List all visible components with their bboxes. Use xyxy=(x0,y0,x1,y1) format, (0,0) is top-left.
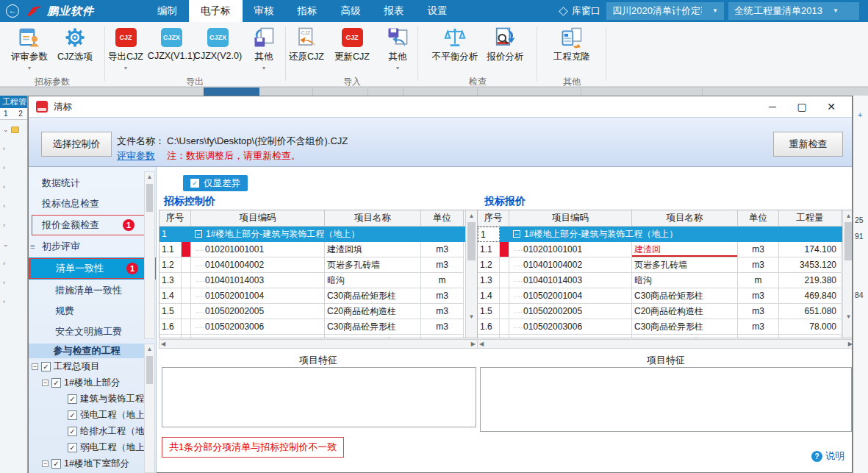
background-panel-tab[interactable]: 工程管 xyxy=(0,96,27,108)
item-code[interactable]: 010401014003 xyxy=(509,273,632,288)
export-other-button[interactable]: 其他 ▾ xyxy=(245,26,282,76)
collapse-icon[interactable]: ≡ xyxy=(30,236,35,257)
imbalance-analysis-button[interactable]: 不平衡分析 xyxy=(432,26,478,76)
item-name[interactable]: C30商品砼矩形梁 xyxy=(632,335,738,338)
row-no[interactable]: 1.3 xyxy=(478,273,500,288)
col-code[interactable]: 项目编码 xyxy=(509,210,632,226)
feature-box-left[interactable] xyxy=(162,367,476,427)
checkbox-icon[interactable]: ✓ xyxy=(51,378,61,388)
scroll-left-icon[interactable]: ◀ xyxy=(479,341,484,347)
item-code[interactable]: 010502001004 xyxy=(191,288,325,304)
chevron-collapsed-icon[interactable]: › xyxy=(3,260,5,267)
chevron-collapsed-icon[interactable]: › xyxy=(3,183,5,191)
menu-shezhi[interactable]: 设置 xyxy=(416,0,459,22)
table-hscrollbar[interactable]: ◀▶ xyxy=(159,339,478,349)
item-name[interactable]: 页岩多孔砖墙 xyxy=(325,257,421,273)
table-group-row[interactable]: 1−1#楼地上部分-建筑与装饰工程（地上） xyxy=(478,227,852,242)
item-name[interactable]: 建渣回 xyxy=(632,242,738,257)
help-link[interactable]: ? 说明 xyxy=(811,449,844,463)
table-row[interactable]: 1.6010502003006C30商品砼异形柱m3 xyxy=(159,319,477,335)
item-code[interactable]: 010502003006 xyxy=(191,319,325,335)
choose-control-price-button[interactable]: 选择控制价 xyxy=(41,132,112,157)
scroll-up-icon[interactable]: ▲ xyxy=(466,210,477,221)
table-vscrollbar[interactable]: ▲ ▼ xyxy=(842,210,852,338)
sidebar-item[interactable]: 报价金额检查1 xyxy=(32,215,152,235)
col-code[interactable]: 项目编码 xyxy=(191,210,325,226)
row-no[interactable]: 1.5 xyxy=(478,304,500,319)
checkbox-icon[interactable]: ✓ xyxy=(68,394,77,404)
scrollbar-thumb[interactable] xyxy=(146,184,153,212)
item-qty[interactable]: 469.840 xyxy=(779,288,842,304)
item-code[interactable]: 010401004002 xyxy=(509,257,632,273)
menu-baobiao[interactable]: 报表 xyxy=(373,0,416,22)
item-code[interactable]: 010401014003 xyxy=(191,273,325,288)
tree-item[interactable]: ✓强电工程（地上） xyxy=(29,407,145,423)
item-name[interactable]: C30商品砼异形柱 xyxy=(325,319,421,335)
col-unit[interactable]: 单位 xyxy=(738,210,779,226)
scroll-down-icon[interactable]: ▼ xyxy=(466,311,477,322)
row-no[interactable]: 1.7 xyxy=(159,335,182,338)
collapse-icon[interactable]: − xyxy=(513,230,520,238)
export-cjz-button[interactable]: CJZ 导出CJZ ▾ xyxy=(107,26,144,76)
item-unit[interactable]: m3 xyxy=(421,335,464,338)
table-group-row[interactable]: 1−1#楼地上部分-建筑与装饰工程（地上） xyxy=(159,227,477,242)
quote-analysis-button[interactable]: 报价分析 xyxy=(487,26,523,76)
sidebar-item[interactable]: 清单一致性1 xyxy=(29,257,156,280)
chevron-collapsed-icon[interactable]: › xyxy=(3,145,5,152)
group-name[interactable]: −1#楼地上部分-建筑与装饰工程（地上） xyxy=(182,227,477,242)
item-code[interactable]: 010502001004 xyxy=(509,288,632,304)
checkbox-icon[interactable]: ✓ xyxy=(51,459,61,469)
item-unit[interactable]: m3 xyxy=(738,288,779,304)
col-no[interactable]: 序号 xyxy=(159,210,191,226)
chevron-down-icon[interactable]: ▾ xyxy=(28,65,31,71)
list-standard-dropdown[interactable]: 全统工程量清单2013▼ xyxy=(728,2,859,20)
item-name[interactable]: C30商品砼异形柱 xyxy=(632,319,738,335)
item-code[interactable]: 010502002005 xyxy=(191,304,325,319)
item-unit[interactable]: m3 xyxy=(421,242,464,257)
col-no[interactable]: 序号 xyxy=(478,210,509,226)
item-name[interactable]: C30商品砼矩形梁 xyxy=(325,335,421,338)
checkbox-icon[interactable]: ✓ xyxy=(68,443,77,452)
dialog-title-bar[interactable]: 清标 ─ ▢ ✕ xyxy=(29,96,852,117)
item-name[interactable]: C20商品砼构造柱 xyxy=(632,304,738,319)
sidebar-item[interactable]: 规费 xyxy=(29,301,156,321)
restore-cjz-button[interactable]: CJZ 还原CJZ xyxy=(288,26,325,76)
table-row[interactable]: 1.5010502002005C20商品砼构造柱m3 xyxy=(159,304,477,319)
scroll-right-icon[interactable]: ▶ xyxy=(471,341,476,347)
tree-item[interactable]: ✓弱电工程（地上） xyxy=(29,439,145,455)
group-name[interactable]: −1#楼地上部分-建筑与装饰工程（地上） xyxy=(500,227,852,242)
table-row[interactable]: 1.1010201001001建渣回填m3 xyxy=(159,242,477,257)
item-code[interactable]: 010502002005 xyxy=(509,304,632,319)
quota-dropdown[interactable]: 四川2020清单计价定额▼ xyxy=(606,2,724,20)
collapse-icon[interactable]: − xyxy=(42,460,49,467)
item-code[interactable]: 010502003007 xyxy=(509,335,632,338)
menu-gaoji[interactable]: 高级 xyxy=(329,0,373,22)
table-row[interactable]: 1.4010502001004C30商品砼矩形柱m3469.840 xyxy=(478,288,852,304)
sidebar-item[interactable]: 数据统计 xyxy=(29,173,156,193)
chevron-down-icon[interactable]: ▾ xyxy=(124,65,127,71)
item-unit[interactable]: m xyxy=(738,273,779,288)
scrollbar-thumb[interactable] xyxy=(146,356,153,384)
item-qty[interactable]: 30.530 xyxy=(779,335,842,338)
table-row[interactable]: 1.2010401004002页岩多孔砖墙m3 xyxy=(159,257,477,273)
row-no[interactable]: 1.6 xyxy=(159,319,182,335)
col-qty[interactable]: 工程量 xyxy=(779,210,842,226)
row-no[interactable]: 1 xyxy=(159,227,182,242)
chevron-collapsed-icon[interactable]: › xyxy=(3,298,5,305)
item-qty[interactable]: 78.000 xyxy=(779,319,842,335)
update-cjz-button[interactable]: CJZ 更新CJZ xyxy=(334,26,370,76)
item-code[interactable]: 010401004002 xyxy=(191,257,325,273)
item-qty[interactable]: 174.100 xyxy=(779,242,842,257)
cjzx-v11-button[interactable]: CJZX CJZX(V1.1) xyxy=(153,26,190,76)
item-unit[interactable]: m3 xyxy=(421,319,464,335)
item-name[interactable]: 暗沟 xyxy=(325,273,421,288)
item-unit[interactable]: m3 xyxy=(738,319,779,335)
col-name[interactable]: 项目名称 xyxy=(632,210,738,226)
review-params-button[interactable]: 评审参数 ▾ xyxy=(11,26,48,76)
item-qty[interactable]: 651.080 xyxy=(779,304,842,319)
item-name[interactable]: 暗沟 xyxy=(632,273,738,288)
tree-item[interactable]: −✓1#楼地上部分 xyxy=(29,374,145,391)
chevron-collapsed-icon[interactable]: › xyxy=(3,279,5,286)
maximize-icon[interactable]: ▢ xyxy=(787,96,817,117)
scroll-up-icon[interactable]: ▲ xyxy=(843,210,852,221)
